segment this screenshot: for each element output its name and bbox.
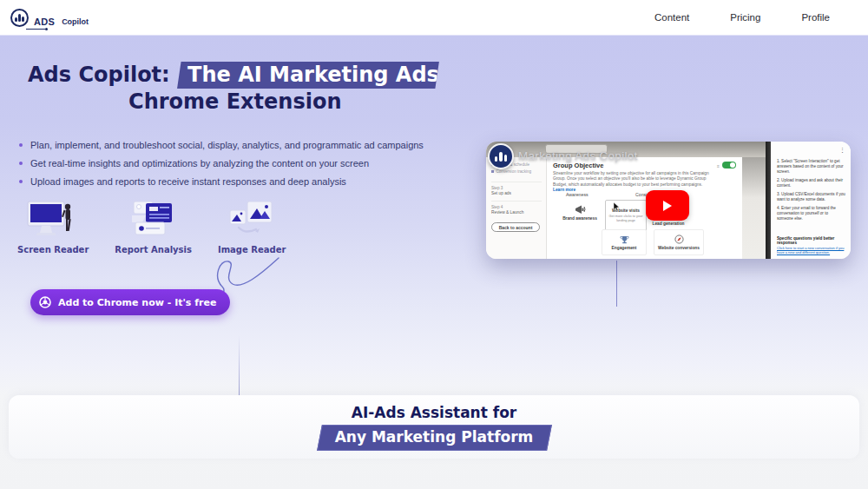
card-label: Engagement (612, 246, 637, 250)
logo-underline-decoration (26, 29, 45, 30)
instruction-list: 1. Select "Screen Interaction" to get an… (777, 159, 845, 221)
bullet-text: Get real-time insights and optimizations… (30, 158, 369, 169)
mouse-cursor-icon (614, 202, 621, 211)
step-number: Step 3 (491, 186, 542, 190)
feature-report-analysis: Report Analysis (115, 200, 192, 254)
step-label: Set up ads (491, 191, 542, 195)
sidebar-step-3: Step 3 Set up ads (491, 182, 542, 195)
instruction-item: 1. Select "Screen Interaction" to get an… (777, 159, 845, 175)
card-label: Brand awareness (562, 216, 597, 221)
bullet-item: Plan, implement, and troubleshoot social… (19, 140, 424, 150)
bullet-item: Get real-time insights and optimizations… (19, 158, 424, 169)
instruction-item: 3. Upload CSV/Excel documents if you wan… (777, 192, 845, 202)
copilot-side-panel: ⋮ 1. Select "Screen Interaction" to get … (771, 142, 851, 259)
chrome-icon (39, 296, 51, 308)
group-objective-heading: Group Objective (553, 162, 603, 169)
play-triangle-icon (663, 201, 672, 211)
compass-icon (674, 235, 684, 244)
objective-description: Streamline your workflow by setting one … (553, 171, 709, 193)
feature-label: Image Reader (218, 245, 286, 254)
nav-item-content[interactable]: Content (654, 12, 689, 23)
toggle-prefix-decoration: ≡ (717, 163, 720, 169)
page-title: Ads Copilot: The AI Marketing Ads Copilo… (28, 62, 496, 116)
card-brand-awareness[interactable]: Brand awareness (558, 198, 602, 227)
brand-product: Copilot (62, 17, 89, 27)
megaphone-icon (575, 205, 586, 215)
screen-reader-illustration (26, 200, 80, 238)
feature-label: Report Analysis (115, 245, 192, 254)
add-to-chrome-button[interactable]: Add to Chrome now - It's free (30, 289, 230, 315)
banner-line-1: AI-Ads Assistant for (352, 404, 516, 421)
column-awareness: Awareness (566, 192, 589, 197)
cta-label: Add to Chrome now - It's free (58, 297, 216, 308)
objective-toggle-on[interactable] (722, 162, 736, 169)
card-label: Website conversions (658, 246, 700, 250)
page-gutter-decoration (742, 157, 766, 259)
card-website-visits[interactable]: Website visits Get more clicks to your l… (605, 200, 647, 231)
feature-row: Screen Reader Report Analysis (17, 200, 286, 254)
title-post: Chrome Extension (128, 89, 341, 114)
nav-item-profile[interactable]: Profile (801, 12, 830, 23)
brand-logo[interactable]: ADS Copilot (10, 9, 89, 27)
youtube-play-button[interactable] (646, 190, 689, 221)
bullet-item: Upload images and reports to receive ins… (19, 176, 424, 187)
banner-line-2: Any Marketing Platform (335, 428, 534, 446)
trophy-icon (620, 235, 629, 244)
campaign-sidebar: Budget & schedule Conversion tracking St… (486, 157, 547, 259)
preview-body: Budget & schedule Conversion tracking St… (486, 157, 766, 259)
main-nav: Content Pricing Profile (654, 12, 830, 23)
card-engagement[interactable]: Engagement (602, 229, 647, 255)
sidebar-step-4: Step 4 Review & Launch (491, 201, 542, 215)
report-analysis-illustration (128, 200, 179, 238)
image-reader-illustration (227, 200, 277, 238)
card-website-conversions[interactable]: Website conversions (654, 229, 704, 255)
title-pre: Ads Copilot: (28, 63, 170, 87)
preview-bar-chart-logo-icon (488, 143, 514, 169)
panel-footer-note: Specific questions yield better response… (777, 236, 851, 245)
sidebar-item-conversion[interactable]: Conversion tracking (491, 169, 542, 174)
instruction-item: 2. Upload images and ask about their con… (777, 178, 845, 188)
feature-screen-reader: Screen Reader (17, 200, 89, 254)
kebab-menu-icon[interactable]: ⋮ (839, 147, 845, 153)
back-to-account-button[interactable]: Back to account (491, 222, 540, 232)
toggle-knob (730, 162, 735, 168)
instruction-item: 4. Enter your email to forward the conve… (777, 206, 845, 221)
feature-image-reader: Image Reader (218, 200, 286, 254)
brand-name: ADS (34, 17, 55, 27)
card-lead-generation[interactable]: Lead generation (646, 221, 691, 226)
bullet-dot-icon (19, 143, 23, 147)
hero-bullet-list: Plan, implement, and troubleshoot social… (19, 140, 424, 195)
connector-line (616, 261, 617, 307)
preview-title: Marketing Ads Copilot (518, 149, 638, 162)
group-objective-panel: Group Objective ≡ Streamline your workfl… (547, 157, 742, 259)
feature-label: Screen Reader (17, 245, 89, 254)
top-header: ADS Copilot Content Pricing Profile (0, 0, 868, 35)
banner-line-2-wrap: Any Marketing Platform (319, 425, 549, 451)
step-number: Step 4 (491, 205, 542, 209)
bullet-text: Upload images and reports to receive ins… (30, 176, 346, 187)
card-subtext: Get more clicks to your landing page (608, 215, 644, 222)
nav-item-pricing[interactable]: Pricing (730, 12, 760, 23)
bullet-dot-icon (19, 180, 23, 183)
new-conversation-link[interactable]: Click here to start a new conversation i… (777, 246, 845, 254)
bullet-dot-icon (19, 162, 23, 165)
bullet-square-icon (491, 170, 494, 173)
bar-chart-logo-icon (10, 9, 29, 27)
bottom-banner-section: AI-Ads Assistant for Any Marketing Platf… (9, 395, 859, 459)
step-label: Review & Launch (491, 210, 542, 215)
bullet-text: Plan, implement, and troubleshoot social… (30, 140, 424, 150)
